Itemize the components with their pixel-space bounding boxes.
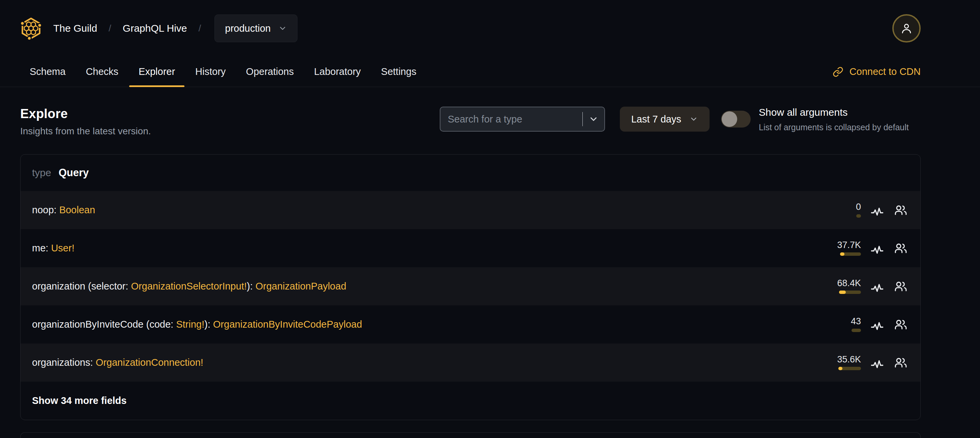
field-definition: me: User! [32,243,75,254]
activity-icon[interactable] [870,203,885,218]
field-usage-bar [840,252,861,256]
field-definition: noop: Boolean [32,204,95,216]
link-icon [833,67,843,77]
explore-page: Explore Insights from the latest version… [0,87,980,438]
top-header: The Guild / GraphQL Hive / production [0,0,980,57]
users-icon[interactable] [893,241,908,256]
field-definition: organizations: OrganizationConnection! [32,357,204,368]
field-usage-bar-fill [839,290,846,294]
activity-icon[interactable] [870,355,885,370]
chevron-down-icon [589,114,598,124]
explore-controls: Last 7 days Show all arguments List of a… [440,107,921,132]
field-usage-bar [838,367,861,370]
breadcrumb: The Guild / GraphQL Hive / production [20,14,298,42]
field-usage-stat: 35.6K [837,355,861,370]
tab-operations[interactable]: Operations [236,57,303,87]
hive-logo-icon [20,16,42,41]
field-call-count: 35.6K [837,355,861,364]
field-row[interactable]: organization (selector: OrganizationSele… [21,267,920,306]
show-all-arguments-toggle[interactable] [721,111,751,127]
search-input[interactable] [441,107,582,131]
tab-schema[interactable]: Schema [20,57,75,87]
users-icon[interactable] [893,279,908,294]
field-usage-stat: 43 [851,317,861,332]
field-usage-stat: 37.7K [837,241,861,256]
breadcrumb-separator: / [199,23,201,34]
breadcrumb-separator: / [108,23,111,34]
tab-settings[interactable]: Settings [372,57,426,87]
field-row[interactable]: noop: Boolean 0 [21,191,920,229]
field-definition: organizationByInviteCode (code: String!)… [32,319,362,330]
breadcrumb-org-link[interactable]: The Guild [53,22,97,34]
field-usage-bar [851,329,861,332]
field-rows: noop: Boolean 0 [21,191,920,382]
activity-icon[interactable] [870,241,885,256]
field-call-count: 68.4K [837,279,861,288]
target-selector-value: production [225,23,270,34]
field-usage-bar-fill [838,367,842,370]
field-stats: 0 [856,202,908,218]
tab-explorer[interactable]: Explorer [129,57,185,87]
avatar-button[interactable] [892,14,921,43]
show-more-fields-button[interactable]: Show 34 more fields [21,382,920,420]
field-usage-bar [839,290,861,294]
field-row[interactable]: organizations: OrganizationConnection! 3… [21,344,920,382]
field-stats: 35.6K [837,355,908,370]
page-title-block: Explore Insights from the latest version… [20,107,151,137]
field-usage-bar-fill [840,252,845,256]
type-name: Query [59,167,89,179]
field-row[interactable]: organizationByInviteCode (code: String!)… [21,306,920,344]
target-selector-button[interactable]: production [215,14,297,42]
breadcrumb-project-link[interactable]: GraphQL Hive [123,22,187,34]
field-usage-bar [856,214,861,218]
toggle-label: Show all arguments [759,107,921,118]
tab-history[interactable]: History [186,57,235,87]
field-stats: 68.4K [837,279,908,294]
field-call-count: 43 [851,317,861,326]
type-kind-label: type [32,167,51,178]
tab-bar: Schema Checks Explorer History Operation… [0,57,980,87]
users-icon[interactable] [893,317,908,332]
user-icon [900,22,913,35]
chevron-down-icon [278,24,287,33]
field-definition: organization (selector: OrganizationSele… [32,281,346,292]
period-filter-value: Last 7 days [631,114,681,125]
period-filter-button[interactable]: Last 7 days [620,107,710,132]
type-query-card: type Query noop: Boolean 0 [20,154,921,420]
hive-logo[interactable] [20,16,42,41]
toggle-description: List of arguments is collapsed by defaul… [759,123,921,132]
users-icon[interactable] [893,203,908,218]
activity-icon[interactable] [870,279,885,294]
field-call-count: 37.7K [837,241,861,250]
type-search-combobox [440,107,605,132]
search-dropdown-toggle[interactable] [583,107,604,131]
field-stats: 43 [851,317,908,332]
tabs: Schema Checks Explorer History Operation… [20,57,426,87]
next-type-card-stub [20,432,921,438]
page-title: Explore [20,107,151,121]
toggle-knob [722,111,737,127]
field-call-count: 0 [856,202,861,212]
chevron-down-icon [689,115,698,124]
field-stats: 37.7K [837,241,908,256]
users-icon[interactable] [893,355,908,370]
tab-checks[interactable]: Checks [76,57,128,87]
connect-to-cdn-label: Connect to CDN [850,66,921,77]
page-subtitle: Insights from the latest version. [20,126,151,137]
toggle-text-block: Show all arguments List of arguments is … [759,107,921,132]
field-row[interactable]: me: User! 37.7K [21,229,920,267]
tab-laboratory[interactable]: Laboratory [304,57,370,87]
type-card-header: type Query [21,154,920,191]
field-usage-stat: 0 [856,202,861,218]
field-usage-stat: 68.4K [837,279,861,294]
connect-to-cdn-link[interactable]: Connect to CDN [833,57,921,87]
activity-icon[interactable] [870,317,885,332]
